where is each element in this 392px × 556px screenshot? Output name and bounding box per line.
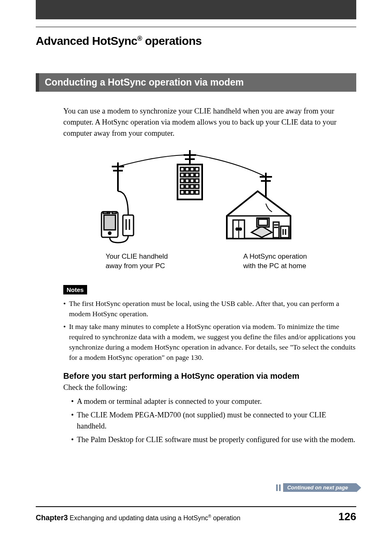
footer-chapter: Chapter3 Exchanging and updating data us…: [36, 514, 240, 522]
bullet-dot: •: [71, 410, 77, 432]
svg-rect-34: [108, 212, 110, 213]
caption-left: Your CLIE handheld away from your PC: [106, 252, 168, 271]
caption-right-line1: A HotSync operation: [243, 253, 307, 260]
registered-mark: ®: [137, 35, 142, 42]
caption-right: A HotSync operation with the PC at home: [243, 252, 307, 271]
page-title: Advanced HotSync® operations: [36, 35, 356, 48]
header-rule: [36, 27, 356, 27]
svg-point-32: [108, 232, 111, 234]
list-item: • It may take many minutes to complete a…: [63, 322, 356, 362]
section-heading: Conducting a HotSync operation via modem: [36, 73, 356, 92]
svg-rect-48: [281, 226, 289, 238]
chapter-text-pre: Exchanging and updating data using a Hot…: [68, 514, 208, 521]
bullet-dot: •: [63, 299, 69, 319]
notes-list: • The first HotSync operation must be lo…: [63, 299, 356, 362]
diagram-captions: Your CLIE handheld away from your PC A H…: [106, 252, 307, 271]
continued-text: Continued on next page: [287, 484, 348, 491]
continued-banner: Continued on next page: [276, 483, 356, 492]
notes-label: Notes: [63, 285, 87, 294]
title-pre: Advanced HotSync: [36, 35, 137, 47]
caption-left-line2: away from your PC: [106, 262, 165, 270]
check-text-1: The CLIE Modem PEGA-MD700 (not supplied)…: [77, 410, 356, 432]
continued-label: Continued on next page: [283, 483, 356, 492]
page-content: Advanced HotSync® operations Conducting …: [36, 19, 356, 556]
list-item: • The CLIE Modem PEGA-MD700 (not supplie…: [71, 410, 356, 432]
chapter-text-post: operation: [211, 514, 240, 521]
page-footer: Chapter3 Exchanging and updating data us…: [36, 506, 356, 523]
before-lead: Check the following:: [63, 383, 356, 392]
before-heading: Before you start performing a HotSync op…: [63, 371, 356, 381]
list-item: • The first HotSync operation must be lo…: [63, 299, 356, 319]
caption-left-line1: Your CLIE handheld: [106, 253, 168, 260]
caption-right-line2: with the PC at home: [243, 262, 306, 270]
svg-rect-36: [123, 215, 134, 236]
arrow-right-icon: [356, 483, 361, 492]
modem-diagram: [89, 150, 303, 249]
bullet-dot: •: [71, 396, 77, 407]
bullet-dot: •: [71, 434, 77, 445]
check-text-2: The Palm Desktop for CLIE software must …: [77, 434, 356, 445]
header-bar: [36, 0, 356, 19]
svg-rect-35: [112, 212, 116, 213]
bullet-dot: •: [63, 322, 69, 362]
registered-mark: ®: [208, 514, 211, 519]
svg-rect-33: [103, 212, 107, 213]
svg-point-41: [236, 228, 238, 230]
note-text-1: It may take many minutes to complete a H…: [69, 322, 356, 362]
intro-paragraph: You can use a modem to synchronize your …: [63, 106, 356, 139]
check-text-0: A modem or terminal adapter is connected…: [77, 396, 356, 407]
list-item: • The Palm Desktop for CLIE software mus…: [71, 434, 356, 445]
svg-rect-31: [104, 215, 115, 230]
svg-rect-44: [258, 219, 267, 225]
check-list: • A modem or terminal adapter is connect…: [71, 396, 356, 445]
page-number: 126: [339, 510, 356, 523]
note-text-0: The first HotSync operation must be loca…: [69, 299, 356, 319]
continued-bars-icon: [276, 484, 281, 491]
title-post: operations: [142, 35, 201, 47]
svg-point-42: [240, 228, 241, 230]
list-item: • A modem or terminal adapter is connect…: [71, 396, 356, 407]
chapter-label: Chapter3: [36, 514, 68, 522]
